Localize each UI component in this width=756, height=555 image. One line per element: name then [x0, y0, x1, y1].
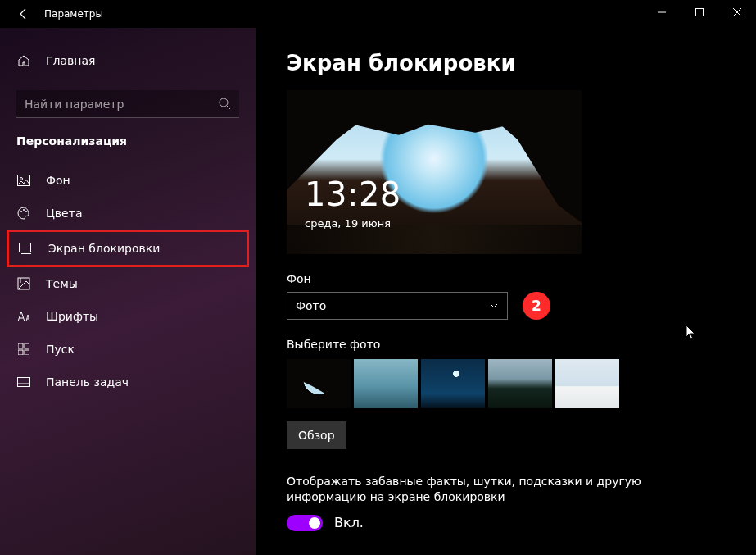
- title-bar: Параметры: [0, 0, 756, 28]
- search-input[interactable]: [16, 90, 239, 118]
- svg-rect-1: [696, 9, 704, 16]
- sidebar-item-colors[interactable]: Цвета: [0, 197, 256, 230]
- svg-point-9: [23, 209, 25, 211]
- sidebar-item-label: Панель задач: [46, 375, 129, 389]
- arrow-left-icon: [17, 7, 30, 20]
- svg-rect-11: [20, 243, 31, 252]
- sidebar-item-lockscreen[interactable]: Экран блокировки: [9, 232, 247, 265]
- select-value: Фото: [296, 299, 326, 312]
- maximize-button[interactable]: [681, 0, 718, 25]
- toggle-state-label: Вкл.: [334, 515, 364, 530]
- preview-time: 13:28: [305, 175, 401, 213]
- svg-point-10: [25, 211, 27, 212]
- fun-facts-toggle[interactable]: [287, 515, 323, 531]
- back-button[interactable]: [10, 0, 38, 28]
- svg-rect-18: [18, 378, 30, 387]
- themes-icon: [16, 277, 31, 290]
- svg-point-8: [20, 211, 22, 212]
- sidebar-item-themes[interactable]: Темы: [0, 267, 256, 300]
- lockscreen-preview: 13:28 среда, 19 июня: [287, 90, 582, 254]
- page-title: Экран блокировки: [287, 51, 733, 75]
- home-label: Главная: [46, 54, 95, 67]
- sidebar-item-start[interactable]: Пуск: [0, 333, 256, 366]
- sidebar-item-label: Шрифты: [46, 310, 98, 323]
- sidebar-item-fonts[interactable]: Шрифты: [0, 300, 256, 333]
- choose-photo-label: Выберите фото: [287, 338, 733, 351]
- fun-facts-description: Отображать забавные факты, шутки, подска…: [287, 474, 655, 505]
- start-icon: [16, 343, 31, 355]
- minimize-button[interactable]: [643, 0, 681, 25]
- svg-rect-17: [25, 350, 29, 355]
- app-title: Параметры: [44, 8, 103, 20]
- home-nav[interactable]: Главная: [0, 44, 256, 77]
- home-icon: [16, 54, 31, 67]
- window-controls: [643, 0, 756, 25]
- photo-thumb-2[interactable]: [354, 359, 418, 408]
- photo-thumb-3[interactable]: [421, 359, 485, 408]
- photo-thumb-4[interactable]: [488, 359, 552, 408]
- svg-rect-12: [21, 253, 31, 254]
- chevron-down-icon: [489, 301, 499, 311]
- svg-rect-15: [25, 343, 29, 348]
- search-field-wrap: [16, 90, 239, 118]
- maximize-icon: [695, 8, 704, 16]
- photo-thumb-5[interactable]: [555, 359, 619, 408]
- photo-thumbnails: [287, 359, 733, 408]
- photo-thumb-1[interactable]: [287, 359, 351, 408]
- lockscreen-icon: [19, 243, 34, 254]
- sidebar-item-taskbar[interactable]: Панель задач: [0, 366, 256, 398]
- sidebar-item-label: Темы: [46, 277, 78, 290]
- sidebar-item-label: Экран блокировки: [48, 242, 160, 255]
- category-heading: Персонализация: [0, 118, 256, 164]
- sidebar-item-label: Цвета: [46, 207, 82, 220]
- sidebar-item-background[interactable]: Фон: [0, 164, 256, 197]
- sidebar-selected-highlight: Экран блокировки: [7, 230, 249, 267]
- svg-point-7: [20, 178, 23, 180]
- sidebar-item-label: Фон: [46, 174, 70, 187]
- sidebar: Главная Персонализация Фон Цвета Экран б…: [0, 28, 256, 555]
- close-button[interactable]: [718, 0, 756, 25]
- preview-date: среда, 19 июня: [305, 217, 391, 230]
- picture-icon: [16, 175, 31, 186]
- background-field-label: Фон: [287, 272, 733, 285]
- svg-rect-16: [18, 350, 23, 355]
- background-select[interactable]: Фото: [287, 292, 508, 320]
- close-icon: [733, 8, 741, 16]
- fonts-icon: [16, 311, 31, 322]
- minimize-icon: [658, 8, 666, 16]
- annotation-badge: 2: [523, 292, 550, 320]
- taskbar-icon: [16, 377, 31, 387]
- browse-button[interactable]: Обзор: [287, 421, 346, 449]
- content-pane: Экран блокировки 13:28 среда, 19 июня Фо…: [256, 28, 756, 555]
- svg-rect-14: [18, 343, 23, 348]
- sidebar-item-label: Пуск: [46, 343, 75, 356]
- palette-icon: [16, 207, 31, 220]
